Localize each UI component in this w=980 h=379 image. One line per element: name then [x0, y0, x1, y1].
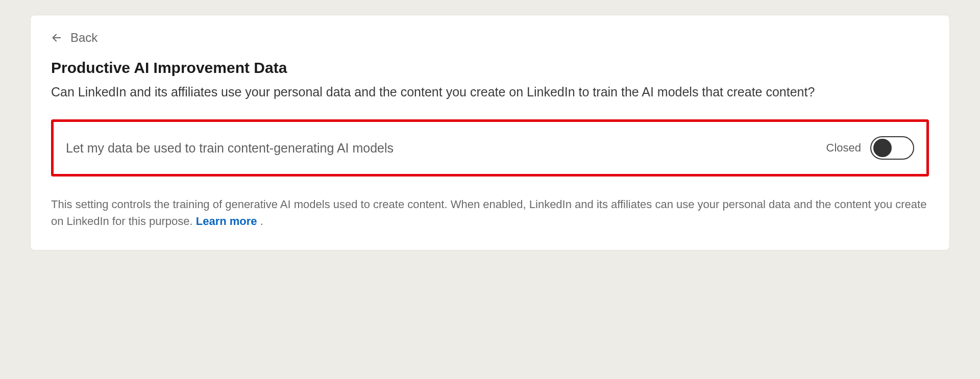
- back-button[interactable]: Back: [51, 31, 929, 45]
- arrow-left-icon: [51, 32, 62, 43]
- toggle-label: Let my data be used to train content-gen…: [66, 141, 394, 156]
- page-subtitle: Can LinkedIn and its affiliates use your…: [51, 83, 929, 101]
- help-text-period: .: [257, 215, 263, 228]
- toggle-control-group: Closed: [826, 136, 914, 160]
- toggle-state-text: Closed: [826, 141, 861, 155]
- toggle-switch[interactable]: [870, 136, 914, 160]
- help-text: This setting controls the training of ge…: [51, 196, 929, 230]
- toggle-section-highlight: Let my data be used to train content-gen…: [51, 119, 929, 176]
- settings-card: Back Productive AI Improvement Data Can …: [31, 15, 949, 250]
- toggle-switch-knob: [873, 139, 892, 157]
- back-label: Back: [70, 31, 97, 45]
- learn-more-link[interactable]: Learn more: [196, 215, 257, 228]
- page-title: Productive AI Improvement Data: [51, 59, 929, 77]
- help-text-body: This setting controls the training of ge…: [51, 198, 926, 228]
